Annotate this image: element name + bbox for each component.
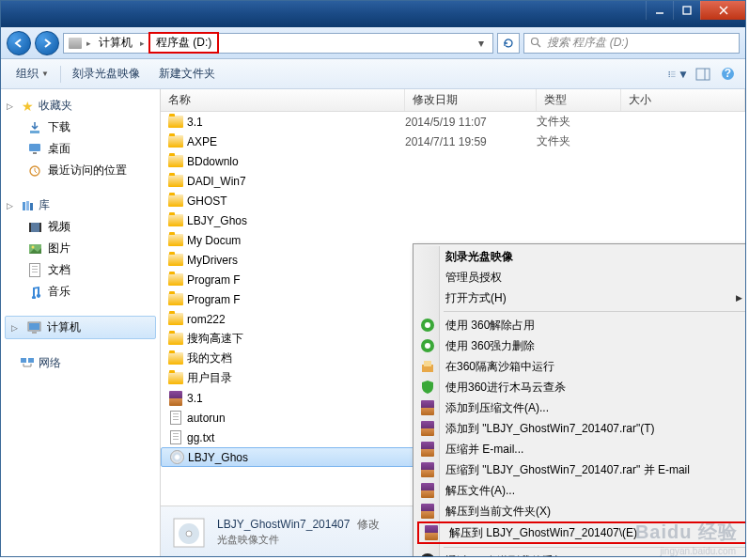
sidebar-favorites[interactable]: ▷★收藏夹 [1,95,160,117]
svg-rect-44 [424,361,431,366]
context-menu-item[interactable]: 刻录光盘映像 [415,246,745,267]
forward-button[interactable] [35,31,59,55]
context-menu-item[interactable]: 压缩并 E-mail... [415,439,745,459]
sidebar-item-recent[interactable]: 最近访问的位置 [1,160,160,181]
context-menu-item[interactable]: 解压文件(A)... [415,480,745,501]
sidebar-item-pictures[interactable]: 图片 [1,238,160,259]
column-name[interactable]: 名称 [161,89,405,111]
svg-rect-1 [683,7,691,14]
explorer-window: ▸ 计算机 ▸ 程序盘 (D:) ▾ 搜索 程序盘 (D:) 组织▼ 刻录光盘映… [0,0,746,557]
svg-point-4 [531,39,538,45]
svg-rect-6 [669,70,671,72]
help-button[interactable]: ? [717,64,738,85]
sidebar-item-videos[interactable]: 视频 [1,216,160,238]
context-menu-item[interactable]: 压缩到 "LBJY_GhostWin7_201407.rar" 并 E-mail [415,459,745,480]
column-type[interactable]: 类型 [537,89,621,111]
context-menu-item[interactable]: 在360隔离沙箱中运行 [415,356,745,377]
folder-icon [168,134,183,149]
star-icon: ★ [20,99,35,114]
svg-rect-7 [669,73,671,75]
address-dropdown-icon[interactable]: ▾ [474,37,489,50]
burn-button[interactable]: 刻录光盘映像 [65,62,148,86]
picture-icon [27,241,42,257]
folder-icon [168,312,183,327]
svg-rect-29 [29,323,39,330]
newfolder-button[interactable]: 新建文件夹 [151,62,223,86]
search-input[interactable]: 搜索 程序盘 (D:) [523,33,740,54]
organize-button[interactable]: 组织▼ [8,62,56,86]
context-menu-item[interactable]: 添加到 "LBJY_GhostWin7_201407.rar"(T) [415,418,745,439]
list-item[interactable]: DADI_Win7 [161,171,745,191]
recent-icon [27,163,42,179]
svg-line-5 [538,44,540,47]
details-extra: 修改 [357,518,380,531]
context-menu-item[interactable]: 通过QQ发送到我的手机 [415,551,745,556]
folder-icon [168,272,183,288]
breadcrumb-computer[interactable]: 计算机 [95,33,136,53]
context-menu: 刻录光盘映像管理员授权打开方式(H)▶使用 360解除占用使用 360强力删除在… [413,243,745,556]
folder-icon [168,351,183,366]
folder-icon [168,154,183,169]
preview-pane-button[interactable] [693,64,713,85]
folder-icon [168,213,183,228]
refresh-button[interactable] [497,33,520,54]
back-button[interactable] [7,31,31,55]
folder-icon [168,371,183,386]
list-item[interactable]: BDdownlo [161,151,745,171]
svg-text:?: ? [724,67,730,80]
svg-point-42 [425,343,430,349]
breadcrumb-drive[interactable]: 程序盘 (D:) [148,32,219,54]
list-item[interactable]: 3.12014/5/19 11:07文件夹 [161,112,745,132]
svg-rect-24 [29,223,31,232]
music-icon [27,285,42,300]
sidebar-computer[interactable]: ▷计算机 [5,316,156,339]
rar-icon [419,503,436,520]
address-field[interactable]: ▸ 计算机 ▸ 程序盘 (D:) ▾ [63,33,493,54]
sidebar-item-downloads[interactable]: 下载 [1,117,160,138]
context-menu-item[interactable]: 打开方式(H)▶ [415,288,745,308]
context-menu-item[interactable]: 解压到 LBJY_GhostWin7_201407\(E) [417,521,745,544]
sidebar-item-documents[interactable]: 文档 [1,259,160,281]
details-title: LBJY_GhostWin7_201407 [217,518,350,531]
svg-rect-30 [32,332,37,334]
toolbar: 组织▼ 刻录光盘映像 新建文件夹 ▼ ? [1,59,745,89]
sandbox-icon [419,358,436,375]
column-date[interactable]: 修改日期 [405,89,537,111]
context-menu-item[interactable]: 使用 360强力删除 [415,335,745,356]
svg-rect-8 [669,76,671,77]
context-menu-item[interactable]: 解压到当前文件夹(X) [415,501,745,521]
context-menu-item[interactable]: 管理员授权 [415,267,745,288]
sidebar-item-desktop[interactable]: 桌面 [1,138,160,160]
sidebar-network[interactable]: 网络 [1,352,160,374]
list-item[interactable]: AXPE2014/7/11 19:59文件夹 [161,132,745,151]
qq-icon [419,552,436,556]
rar-icon [168,391,183,406]
folder-icon [168,253,183,268]
shield-icon [419,379,436,396]
library-icon [20,198,35,213]
folder-icon [168,194,183,209]
svg-rect-21 [26,201,29,210]
svg-rect-18 [33,152,37,154]
sidebar-libraries[interactable]: ▷库 [1,194,160,216]
360-icon [419,337,436,354]
search-icon [528,36,543,51]
list-item[interactable]: GHOST [161,191,745,210]
context-menu-item[interactable]: 使用 360解除占用 [415,315,745,335]
list-item[interactable]: LBJY_Ghos [161,210,745,230]
view-mode-button[interactable]: ▼ [668,64,689,85]
submenu-arrow-icon: ▶ [736,293,742,303]
column-size[interactable]: 大小 [621,89,745,111]
folder-icon [168,115,183,130]
folder-icon [168,233,183,248]
disc-icon [170,513,208,551]
svg-rect-17 [29,144,40,151]
close-button[interactable] [700,1,745,20]
maximize-button[interactable] [673,1,700,20]
svg-point-40 [425,322,430,328]
context-menu-item[interactable]: 添加到压缩文件(A)... [415,397,745,418]
sidebar-item-music[interactable]: 音乐 [1,281,160,303]
context-menu-item[interactable]: 使用360进行木马云查杀 [415,377,745,397]
minimize-button[interactable] [646,1,673,20]
search-placeholder: 搜索 程序盘 (D:) [547,35,629,51]
